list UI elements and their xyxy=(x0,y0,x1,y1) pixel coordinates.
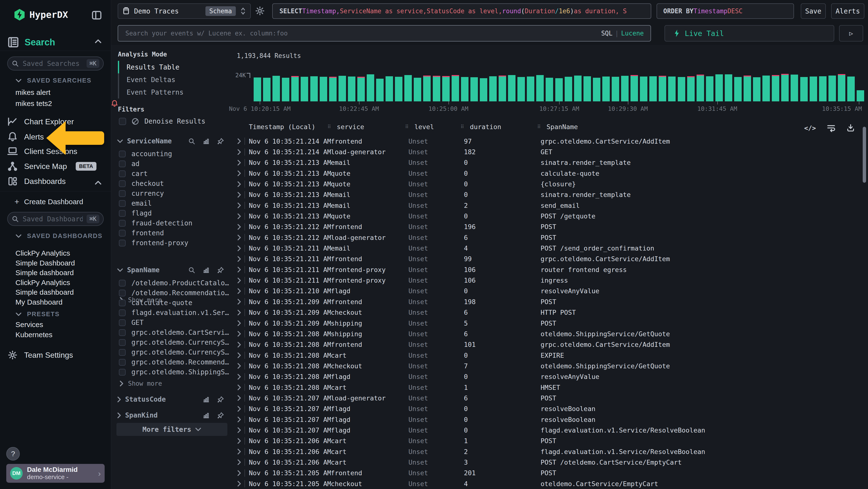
expand-row-icon[interactable] xyxy=(237,320,245,326)
histogram-bar[interactable] xyxy=(847,77,855,102)
drag-handle-icon[interactable]: ⠿ xyxy=(461,124,464,130)
checkbox[interactable] xyxy=(119,319,126,326)
filter-checkbox-row[interactable]: accounting xyxy=(119,149,192,159)
filter-checkbox-row[interactable]: flagd.evaluation.v1.Ser… xyxy=(119,308,229,318)
checkbox[interactable] xyxy=(119,310,126,316)
expand-row-icon[interactable] xyxy=(237,160,245,166)
histogram-bar[interactable] xyxy=(763,76,770,102)
sidebar-item-dashboards[interactable]: Dashboards xyxy=(7,176,66,186)
checkbox[interactable] xyxy=(119,369,126,376)
filter-checkbox-row[interactable]: grpc.oteldemo.CartServi… xyxy=(119,327,229,338)
denoise-results-checkbox-row[interactable]: Denoise Results xyxy=(119,117,206,125)
table-row[interactable]: Nov 6 10:35:21.208 AM checkout Unset 7 o… xyxy=(237,361,868,371)
filter-checkbox-row[interactable]: email xyxy=(119,198,192,208)
expand-row-icon[interactable] xyxy=(237,481,245,487)
checkbox[interactable] xyxy=(119,118,126,125)
table-row[interactable]: Nov 6 10:35:21.212 AM frontend Unset 196… xyxy=(237,222,868,232)
expand-row-icon[interactable] xyxy=(237,459,245,465)
lucene-toggle[interactable]: Lucene xyxy=(621,30,644,37)
histogram-bar[interactable] xyxy=(433,77,440,102)
filter-checkbox-row[interactable]: GET xyxy=(119,318,229,327)
dashboard-item[interactable]: Simple dashboard xyxy=(16,269,74,277)
event-search-input[interactable] xyxy=(125,29,596,37)
table-row[interactable]: Nov 6 10:35:21.208 AM flagd Unset 0 reso… xyxy=(237,371,868,382)
histogram-bar[interactable] xyxy=(395,77,402,102)
checkbox[interactable] xyxy=(119,349,126,356)
help-button[interactable]: ? xyxy=(6,447,20,461)
filter-checkbox-row[interactable]: /oteldemo.ProductCatalo… xyxy=(119,278,229,288)
filter-checkbox-row[interactable]: frontend xyxy=(119,228,192,238)
sql-toggle[interactable]: SQL xyxy=(601,30,613,37)
checkbox[interactable] xyxy=(119,359,126,366)
saved-dashboards-group[interactable]: SAVED DASHBOARDS xyxy=(16,232,102,240)
histogram-bar[interactable] xyxy=(678,77,685,102)
histogram-bar[interactable] xyxy=(301,77,308,102)
expand-row-icon[interactable] xyxy=(237,363,245,369)
expand-row-icon[interactable] xyxy=(237,310,245,316)
drag-handle-icon[interactable]: ⠿ xyxy=(405,124,409,130)
histogram-bar[interactable] xyxy=(640,77,647,102)
filter-checkbox-row[interactable]: calculate-quote xyxy=(119,298,229,308)
expand-row-icon[interactable] xyxy=(237,406,245,412)
filter-checkbox-row[interactable]: frontend-proxy xyxy=(119,238,192,248)
table-row[interactable]: Nov 6 10:35:21.211 AM email Unset 4 POST… xyxy=(237,243,868,253)
expand-row-icon[interactable] xyxy=(237,138,245,144)
expand-row-icon[interactable] xyxy=(237,256,245,262)
table-row[interactable]: Nov 6 10:35:21.213 AM quote Unset 0 {clo… xyxy=(237,179,868,189)
table-row[interactable]: Nov 6 10:35:21.207 AM flagd Unset 0 reso… xyxy=(237,404,868,414)
histogram-bar[interactable] xyxy=(404,75,412,102)
column-header-duration[interactable]: ⠿duration xyxy=(464,123,540,131)
query-language-toggle[interactable]: SQL|Lucene xyxy=(601,30,644,37)
saved-dashboards-searchbox[interactable]: ⌘K xyxy=(7,212,104,226)
histogram-bar[interactable] xyxy=(452,76,459,102)
text-wrap-icon[interactable] xyxy=(827,124,836,132)
table-row[interactable]: Nov 6 10:35:21.208 AM frontend Unset 101… xyxy=(237,339,868,350)
histogram-bar[interactable] xyxy=(800,77,808,102)
expand-row-icon[interactable] xyxy=(237,277,245,284)
expand-row-icon[interactable] xyxy=(237,245,245,252)
histogram-bar[interactable] xyxy=(339,76,346,102)
expand-row-icon[interactable] xyxy=(237,298,245,305)
histogram-bar[interactable] xyxy=(602,77,610,102)
checkbox[interactable] xyxy=(119,240,126,247)
source-settings-gear-icon[interactable] xyxy=(255,6,265,16)
filter-checkbox-row[interactable]: checkout xyxy=(119,179,192,189)
table-row[interactable]: Nov 6 10:35:21.207 AM flagd Unset 0 reso… xyxy=(237,414,868,425)
histogram-bar[interactable] xyxy=(857,90,864,102)
histogram-bar[interactable] xyxy=(753,77,761,102)
table-row[interactable]: Nov 6 10:35:21.214 AM load-generator Uns… xyxy=(237,146,868,157)
histogram-bar[interactable] xyxy=(329,78,337,102)
live-tail-button[interactable]: Live Tail xyxy=(664,25,834,41)
presets-group[interactable]: PRESETS xyxy=(16,310,60,318)
filter-checkbox-row[interactable]: currency xyxy=(119,189,192,198)
bar-chart-icon[interactable] xyxy=(203,396,210,403)
histogram-bar[interactable] xyxy=(508,75,516,102)
histogram-bar[interactable] xyxy=(442,77,450,102)
chevron-up-icon[interactable] xyxy=(94,39,102,44)
histogram-bar[interactable] xyxy=(414,78,421,102)
histogram-bar[interactable] xyxy=(734,77,742,102)
histogram-bar[interactable] xyxy=(659,77,666,102)
drag-handle-icon[interactable]: ⠿ xyxy=(328,124,331,130)
histogram-bar[interactable] xyxy=(649,76,657,102)
pin-icon[interactable] xyxy=(217,396,224,403)
checkbox[interactable] xyxy=(119,180,126,187)
sidebar-item-service-map[interactable]: Service Map BETA xyxy=(7,161,96,171)
expand-row-icon[interactable] xyxy=(237,438,245,444)
analysis-mode-tab[interactable]: Event Deltas xyxy=(118,74,184,86)
histogram-bar[interactable] xyxy=(423,77,431,102)
saved-searches-group[interactable]: SAVED SEARCHES xyxy=(16,77,91,84)
expand-row-icon[interactable] xyxy=(237,427,245,433)
histogram-bar[interactable] xyxy=(612,77,619,102)
checkbox[interactable] xyxy=(119,151,126,157)
histogram-bar[interactable] xyxy=(263,78,271,102)
dashboard-item[interactable]: Simple dashboard xyxy=(16,288,74,296)
histogram-bar[interactable] xyxy=(574,76,582,102)
table-row[interactable]: Nov 6 10:35:21.211 AM frontend-proxy Uns… xyxy=(237,275,868,286)
table-row[interactable]: Nov 6 10:35:21.214 AM frontend Unset 97 … xyxy=(237,136,868,146)
histogram-bar[interactable] xyxy=(348,77,355,102)
expand-row-icon[interactable] xyxy=(237,170,245,176)
histogram-bar[interactable] xyxy=(565,77,572,102)
checkbox[interactable] xyxy=(119,329,126,336)
table-row[interactable]: Nov 6 10:35:21.205 AM frontend Unset 201… xyxy=(237,468,868,479)
